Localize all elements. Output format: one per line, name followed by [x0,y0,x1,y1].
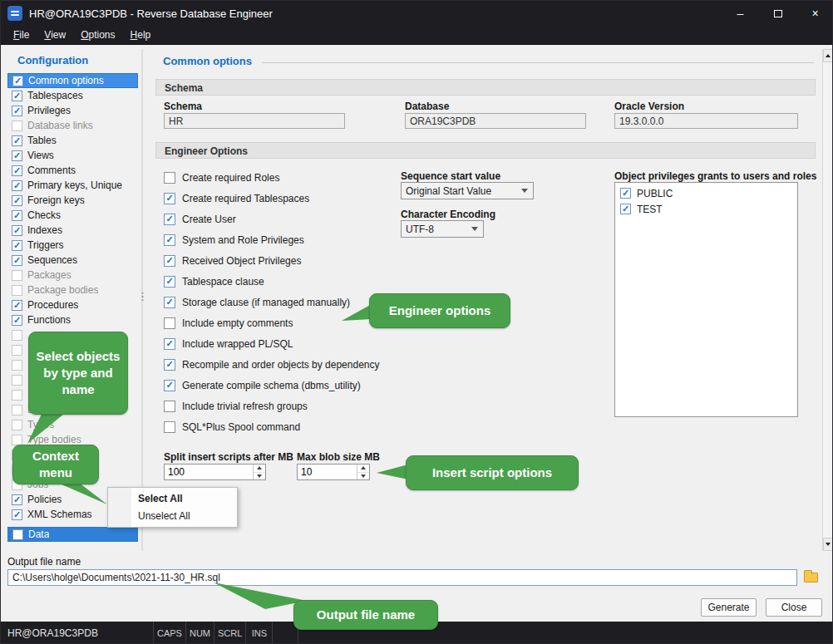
option-create-required-roles[interactable]: Create required Roles [164,167,379,188]
checkbox[interactable]: ✓ [12,76,23,86]
oracle-version-field[interactable]: 19.3.0.0.0 [614,113,798,129]
menu-options[interactable]: Options [73,26,122,44]
checkbox[interactable] [12,120,22,131]
checkbox[interactable]: ✓ [12,180,22,191]
checkbox[interactable]: ✓ [12,210,22,221]
sidebar-item-indexes[interactable]: ✓Indexes [7,223,138,238]
checkbox[interactable] [12,435,22,445]
checkbox[interactable]: ✓ [12,300,22,311]
checkbox[interactable]: ✓ [12,240,22,251]
checkbox[interactable]: ✓ [12,150,22,161]
output-file-input[interactable] [7,569,797,586]
scroll-down-icon[interactable] [823,538,833,551]
max-blob-spinner[interactable]: 10 [297,464,370,480]
checkbox[interactable]: ✓ [164,380,175,391]
close-icon[interactable]: × [796,1,833,26]
checkbox[interactable] [12,345,22,356]
privileges-listbox[interactable]: ✓PUBLIC✓TEST [614,182,798,417]
spinner-down-icon[interactable] [254,473,265,480]
menu-help[interactable]: Help [123,26,159,44]
checkbox[interactable]: ✓ [164,234,175,246]
checkbox[interactable]: ✓ [12,165,22,176]
checkbox[interactable] [164,317,175,329]
option-recompile-and-order-objects-by-dependency[interactable]: ✓Recompile and order objects by dependen… [164,354,379,375]
checkbox[interactable]: ✓ [620,188,631,199]
checkbox[interactable]: ✓ [164,338,175,350]
option-received-object-privileges[interactable]: ✓Received Object Privileges [164,250,379,271]
character-encoding-combobox[interactable]: UTF-8 [401,220,484,238]
option-include-trivial-refresh-groups[interactable]: Include trivial refresh groups [164,396,379,416]
sidebar-item-package-bodies[interactable]: Package bodies [7,283,138,297]
sidebar-item-functions[interactable]: ✓Functions [7,312,138,327]
context-menu-item-select-all[interactable]: Select All [108,490,237,508]
spinner-up-icon[interactable] [254,465,265,473]
menu-file[interactable]: File [6,26,37,44]
scroll-up-icon[interactable] [823,49,833,62]
checkbox[interactable]: ✓ [164,297,175,308]
close-button[interactable]: Close [766,598,822,617]
checkbox[interactable] [164,172,175,184]
sidebar-item-checks[interactable]: ✓Checks [7,208,138,223]
sidebar-item-foreign-keys[interactable]: ✓Foreign keys [7,193,138,208]
checkbox[interactable] [12,330,22,341]
option-sql-plus-spool-command[interactable]: SQL*Plus Spool command [164,416,379,437]
vertical-scrollbar[interactable] [822,49,833,551]
minimize-icon[interactable]: – [722,1,759,26]
checkbox[interactable] [12,360,22,371]
checkbox[interactable] [12,405,22,415]
checkbox[interactable]: ✓ [12,91,22,101]
checkbox[interactable]: ✓ [12,106,22,116]
option-system-and-role-privileges[interactable]: ✓System and Role Privileges [164,229,379,250]
sidebar-item-database-links[interactable]: Database links [7,118,138,133]
checkbox[interactable] [12,270,22,281]
sidebar-item-triggers[interactable]: ✓Triggers [7,238,138,253]
sidebar-item-packages[interactable]: Packages [7,268,138,283]
checkbox[interactable] [12,529,23,540]
checkbox[interactable] [12,375,22,386]
sidebar-item-procedures[interactable]: ✓Procedures [7,297,138,312]
checkbox[interactable]: ✓ [12,135,22,146]
checkbox[interactable]: ✓ [12,255,22,266]
checkbox[interactable]: ✓ [164,255,175,267]
maximize-icon[interactable] [759,1,796,26]
sidebar-item-comments[interactable]: ✓Comments [7,163,138,178]
spinner-up-icon[interactable] [357,465,369,473]
checkbox[interactable]: ✓ [164,214,175,225]
checkbox[interactable]: ✓ [12,494,22,505]
split-insert-spinner[interactable]: 100 [164,464,266,480]
checkbox[interactable]: ✓ [12,195,22,206]
context-menu-item-unselect-all[interactable]: Unselect All [108,508,237,525]
checkbox[interactable] [164,401,175,412]
checkbox[interactable]: ✓ [12,509,22,520]
privilege-item-test[interactable]: ✓TEST [617,201,796,217]
sidebar-item-sequences[interactable]: ✓Sequences [7,253,138,268]
checkbox[interactable]: ✓ [620,204,631,214]
option-include-wrapped-pl-sql[interactable]: ✓Include wrapped PL/SQL [164,333,379,354]
sidebar-item-privileges[interactable]: ✓Privileges [7,103,138,118]
checkbox[interactable]: ✓ [164,193,175,204]
option-create-required-tablespaces[interactable]: ✓Create required Tablespaces [164,188,379,209]
sidebar-item-tablespaces[interactable]: ✓Tablespaces [7,88,138,103]
generate-button[interactable]: Generate [701,598,757,617]
option-create-user[interactable]: ✓Create User [164,209,379,229]
schema-field[interactable]: HR [164,113,345,129]
database-field[interactable]: ORA19C3PDB [405,113,586,129]
checkbox[interactable]: ✓ [164,359,175,371]
sidebar-item-views[interactable]: ✓Views [7,148,138,163]
sidebar-item-primary-keys-unique[interactable]: ✓Primary keys, Unique [7,178,138,193]
checkbox[interactable]: ✓ [12,315,22,326]
sidebar-item-data[interactable]: Data [7,527,138,542]
checkbox[interactable] [12,285,22,296]
option-generate-compile-schema-dbms-utility[interactable]: ✓Generate compile schema (dbms_utility) [164,375,379,396]
sequence-start-combobox[interactable]: Original Start Value [401,182,534,199]
checkbox[interactable]: ✓ [164,276,175,288]
privilege-item-public[interactable]: ✓PUBLIC [617,185,796,201]
checkbox[interactable] [164,421,175,433]
sidebar-item-tables[interactable]: ✓Tables [7,133,138,148]
browse-folder-button[interactable] [801,568,821,587]
menu-view[interactable]: View [37,26,73,44]
spinner-down-icon[interactable] [357,473,369,480]
checkbox[interactable] [12,420,22,430]
checkbox[interactable]: ✓ [12,225,22,236]
splitter-grip-icon[interactable]: ⋮ [137,290,146,302]
